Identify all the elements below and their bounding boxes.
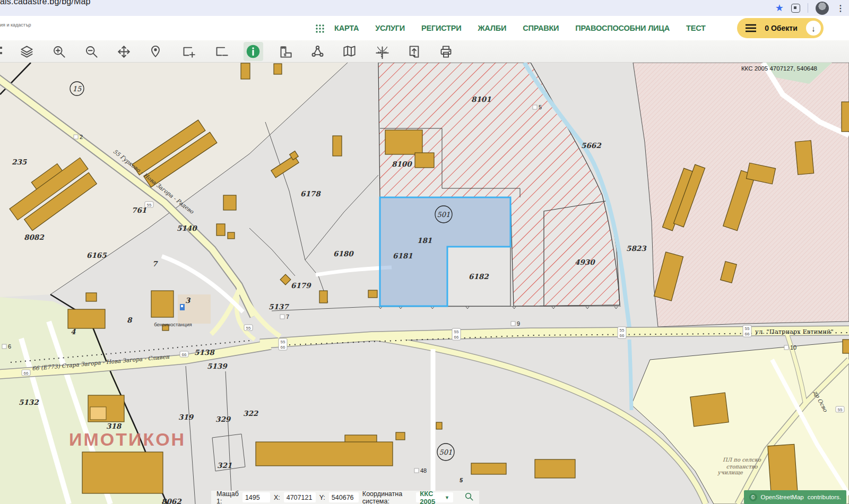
nav-test[interactable]: ТЕСТ <box>686 24 706 32</box>
svg-text:66: 66 <box>745 332 750 336</box>
svg-text:10: 10 <box>790 344 796 351</box>
extension-icon[interactable] <box>791 4 800 13</box>
svg-text:ул. "Патриарх Евтимий": ул. "Патриарх Евтимий" <box>755 328 834 335</box>
browser-bar: ais.cadastre.bg/bg/Map ★ ⋮ <box>0 0 849 16</box>
svg-text:66: 66 <box>454 335 459 340</box>
svg-text:8082: 8082 <box>24 233 45 241</box>
bookmark-star-icon[interactable]: ★ <box>775 1 784 15</box>
topology-icon[interactable] <box>308 42 326 60</box>
svg-text:5139: 5139 <box>207 362 228 370</box>
svg-text:235: 235 <box>12 158 28 166</box>
download-objects-button[interactable]: ↓ <box>806 21 821 36</box>
site-header: ия и кадастър КАРТА УСЛУГИ РЕГИСТРИ ЖАЛБ… <box>0 16 849 40</box>
map-statusbar: Мащаб 1: X: Y: Координатна система: ККС … <box>211 491 479 504</box>
stream-lower <box>629 340 631 410</box>
clipped-tool-icon[interactable] <box>0 47 3 56</box>
svg-text:7: 7 <box>286 314 289 320</box>
zoom-rect-out-icon[interactable] <box>212 42 230 60</box>
svg-text:5: 5 <box>539 104 542 110</box>
svg-text:5138: 5138 <box>194 348 215 357</box>
y-label: Y: <box>319 494 325 501</box>
map-canvas[interactable]: 15 501 501 235 8082 761 5140 6165 7 6178… <box>0 63 849 504</box>
svg-text:48: 48 <box>420 467 427 474</box>
nav-pravosposobni-litsa[interactable]: ПРАВОСПОСОБНИ ЛИЦА <box>575 24 670 32</box>
layers-icon[interactable] <box>18 42 36 60</box>
divider <box>808 3 808 13</box>
svg-text:66: 66 <box>182 352 187 357</box>
identify-info-icon[interactable] <box>244 42 262 60</box>
svg-text:55: 55 <box>281 340 285 344</box>
svg-text:181: 181 <box>417 236 432 245</box>
svg-text:319: 319 <box>178 413 194 421</box>
map-sheets-icon[interactable] <box>340 42 358 60</box>
zone-label: 501 <box>437 211 451 219</box>
zoom-in-icon[interactable] <box>50 42 68 60</box>
zone-label: 501 <box>439 448 453 456</box>
zoom-out-icon[interactable] <box>82 42 100 60</box>
svg-text:5132: 5132 <box>19 398 39 406</box>
measure-ruler-icon[interactable] <box>276 42 294 60</box>
export-icon[interactable] <box>405 42 423 60</box>
main-nav: КАРТА УСЛУГИ РЕГИСТРИ ЖАЛБИ СПРАВКИ ПРАВ… <box>334 16 706 40</box>
pan-icon[interactable] <box>115 42 133 60</box>
objects-button[interactable]: 0 Обекти ↓ <box>737 18 824 38</box>
nav-spravki[interactable]: СПРАВКИ <box>523 24 559 32</box>
contributors-text: contributors. <box>808 494 841 500</box>
svg-text:322: 322 <box>243 409 259 418</box>
nav-registri[interactable]: РЕГИСТРИ <box>421 24 461 32</box>
browser-menu-icon[interactable]: ⋮ <box>836 3 845 13</box>
svg-text:5823: 5823 <box>626 244 647 253</box>
locate-pin-icon[interactable] <box>146 42 164 60</box>
svg-text:55: 55 <box>838 407 843 412</box>
profile-avatar[interactable] <box>816 2 829 15</box>
svg-text:5662: 5662 <box>581 141 602 150</box>
watermark: ИМОТИКОН <box>69 429 186 449</box>
svg-text:9: 9 <box>517 320 520 327</box>
print-icon[interactable] <box>437 42 455 60</box>
nav-uslugi[interactable]: УСЛУГИ <box>375 24 405 32</box>
svg-text:7: 7 <box>152 259 158 268</box>
x-coordinate-input[interactable] <box>284 492 316 502</box>
svg-text:6181: 6181 <box>393 251 413 260</box>
school-label-3: училище <box>717 470 743 476</box>
svg-text:2: 2 <box>80 134 83 140</box>
nav-zhalbi[interactable]: ЖАЛБИ <box>478 24 506 32</box>
svg-text:55: 55 <box>745 326 750 331</box>
crs-value: ККС 2005 <box>420 490 439 504</box>
svg-text:6180: 6180 <box>333 249 354 258</box>
coordinates-search-icon[interactable] <box>464 492 474 503</box>
svg-text:8101: 8101 <box>471 95 491 103</box>
svg-text:5137: 5137 <box>268 302 289 311</box>
school-label-1: ПЛ по селско <box>723 457 761 463</box>
apps-grid-icon[interactable] <box>315 24 325 36</box>
svg-text:6182: 6182 <box>469 272 489 281</box>
coordinates-axes-icon[interactable] <box>373 42 391 60</box>
svg-text:6178: 6178 <box>300 189 321 198</box>
svg-text:6165: 6165 <box>86 251 107 259</box>
address-bar-url[interactable]: ais.cadastre.bg/bg/Map <box>0 0 91 6</box>
svg-text:55: 55 <box>246 326 251 331</box>
svg-text:55: 55 <box>147 203 152 207</box>
zoom-rect-in-icon[interactable] <box>179 42 197 60</box>
y-coordinate-input[interactable] <box>329 492 359 502</box>
x-label: X: <box>274 494 280 501</box>
svg-text:329: 329 <box>215 415 231 423</box>
svg-text:66: 66 <box>281 345 285 350</box>
crs-dropdown[interactable]: ККС 2005 ▼ <box>416 492 453 502</box>
copyright-icon: © <box>749 493 757 501</box>
hamburger-icon <box>746 24 756 32</box>
osm-link[interactable]: OpenStreetMap <box>761 494 804 500</box>
scale-input[interactable] <box>242 492 270 502</box>
svg-text:6: 6 <box>8 343 11 350</box>
svg-text:8: 8 <box>127 316 133 324</box>
agency-logo-text: ия и кадастър <box>0 22 31 28</box>
cadastre-map-svg: 15 501 501 235 8082 761 5140 6165 7 6178… <box>0 63 849 504</box>
zone-label: 15 <box>73 85 82 93</box>
nav-karta[interactable]: КАРТА <box>334 24 359 32</box>
svg-text:3: 3 <box>185 296 191 305</box>
svg-text:66: 66 <box>24 371 29 376</box>
svg-text:761: 761 <box>132 206 146 214</box>
svg-text:321: 321 <box>217 461 232 470</box>
svg-text:5140: 5140 <box>177 224 197 232</box>
crs-label: Координатна система: <box>362 490 412 504</box>
